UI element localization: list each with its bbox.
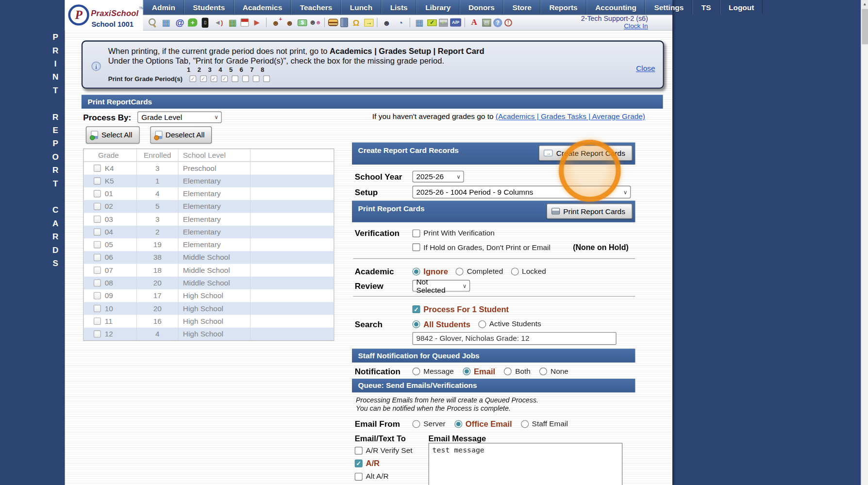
row-checkbox[interactable] [94,267,101,274]
email-from-office-radio[interactable] [454,420,462,428]
setup-select[interactable]: 2025-26 - 1004 Period - 9 Columns [412,185,631,198]
mobile-phone-icon[interactable]: ▯ [202,17,209,28]
send-note-icon[interactable]: → [364,18,373,26]
nav-lunch[interactable]: Lunch [341,0,382,15]
period-6-checkbox[interactable] [242,75,249,82]
review-select[interactable]: Not Selected [412,280,470,292]
row-checkbox[interactable] [94,203,101,210]
period-7-checkbox[interactable] [252,75,259,82]
hold-on-grades-checkbox[interactable] [412,243,420,251]
help-icon[interactable]: ? [493,18,502,27]
table-row[interactable]: K51Elementary [83,175,334,187]
family-icon[interactable]: ☻ [309,17,321,28]
table-row[interactable]: 033Elementary [83,213,334,225]
notification-none-radio[interactable] [539,367,547,375]
print-with-verification-checkbox[interactable] [412,229,420,237]
date-calendar-icon[interactable] [241,18,249,27]
academic-locked-radio[interactable] [511,268,518,275]
row-checkbox[interactable] [94,318,101,325]
process-by-select[interactable]: Grade Level [137,111,222,123]
row-checkbox[interactable] [94,228,101,235]
email-from-server-radio[interactable] [412,420,420,428]
period-4-checkbox[interactable] [221,75,228,82]
table-row[interactable]: 0718Middle School [83,264,334,276]
nav-donors[interactable]: Donors [460,0,503,15]
time-clock-icon[interactable]: ◔ [395,17,406,28]
alert-icon[interactable]: ! [504,18,512,26]
academic-completed-radio[interactable] [456,268,464,275]
deselect-all-button[interactable]: Deselect All [150,126,212,143]
notification-email-radio[interactable] [463,367,470,375]
ap-badge-icon[interactable]: A/P [450,18,461,27]
gradebook-icon[interactable] [340,18,348,27]
register-icon[interactable]: ▤ [482,18,491,26]
notification-message-radio[interactable] [412,367,420,375]
pdf-icon[interactable]: A [468,17,480,28]
staff-person-icon[interactable]: ☻ [381,17,392,28]
nav-settings[interactable]: Settings [645,0,692,15]
print-report-cards-button[interactable]: Print Report Cards [547,203,633,219]
process-for-1-student-checkbox[interactable] [412,305,420,313]
active-students-radio[interactable] [478,320,486,328]
school-year-select[interactable]: 2025-26 [412,171,464,183]
table-row[interactable]: 014Elementary [83,187,334,200]
nav-lists[interactable]: Lists [381,0,417,15]
ar-checkbox[interactable] [355,460,363,468]
table-row[interactable]: K43Preschool [83,162,334,174]
nav-teachers[interactable]: Teachers [291,0,341,15]
average-grades-link[interactable]: (Academics | Grades Tasks | Average Grad… [496,113,645,121]
nav-logout[interactable]: Logout [720,0,763,15]
print-card-icon[interactable]: ✓ [439,18,448,26]
nav-admin[interactable]: Admin [143,0,184,15]
nav-students[interactable]: Students [184,0,234,15]
nav-academics[interactable]: Academics [234,0,291,15]
row-checkbox[interactable] [94,177,101,184]
row-checkbox[interactable] [94,305,101,312]
email-from-staff-radio[interactable] [521,420,529,428]
megaphone-icon[interactable]: ▶ [251,17,263,28]
chat-add-icon[interactable]: + [188,18,197,27]
contacts-grid-icon[interactable]: ▦ [160,17,172,28]
notification-both-radio[interactable] [504,367,512,375]
table-row[interactable]: 042Elementary [83,226,334,238]
scrollbar-thumb[interactable] [862,9,868,44]
table-row[interactable]: 025Elementary [83,200,334,213]
row-checkbox[interactable] [94,165,101,172]
nav-reports[interactable]: Reports [540,0,586,15]
all-students-radio[interactable] [412,320,420,328]
table-row[interactable]: 1020High School [83,302,334,315]
nav-library[interactable]: Library [417,0,460,15]
email-message-textarea[interactable]: test message [429,443,623,485]
clock-in-link[interactable]: Clock In [624,22,648,30]
select-all-button[interactable]: Select All [86,126,139,143]
ar-verify-set-checkbox[interactable] [355,447,363,454]
add-person-icon[interactable]: ☻ [270,17,282,28]
schedule-calendar-icon[interactable]: ▦ [227,17,238,28]
attendance-table-icon[interactable]: ▦ [414,17,425,28]
table-row[interactable]: 124High School [83,328,334,340]
vertical-scrollbar[interactable] [861,0,868,485]
period-5-checkbox[interactable] [232,75,238,82]
person-icon[interactable]: ☻ [284,17,296,28]
lunch-burger-icon[interactable] [328,19,338,26]
period-1-checkbox[interactable] [189,75,196,82]
row-checkbox[interactable] [94,190,101,198]
academic-ignore-radio[interactable] [412,268,420,275]
table-row[interactable]: 0519Elementary [83,238,334,251]
row-checkbox[interactable] [94,216,101,223]
period-3-checkbox[interactable] [211,75,217,82]
payments-icon[interactable]: $ [298,19,307,26]
create-report-cards-button[interactable]: Create Report Cards [539,145,632,161]
row-checkbox[interactable] [94,330,101,337]
bell-icon[interactable]: Ω [351,17,362,28]
row-checkbox[interactable] [94,279,101,286]
row-checkbox[interactable] [94,292,101,300]
email-at-icon[interactable]: @ [174,17,186,28]
table-row[interactable]: 0820Middle School [83,277,334,289]
period-2-checkbox[interactable] [200,75,207,82]
verify-card-icon[interactable]: ✓ [427,19,436,26]
nav-ts[interactable]: TS [693,0,720,15]
nav-store[interactable]: Store [503,0,540,15]
alt-ar-checkbox[interactable] [355,472,363,480]
student-search-input[interactable] [412,332,616,345]
